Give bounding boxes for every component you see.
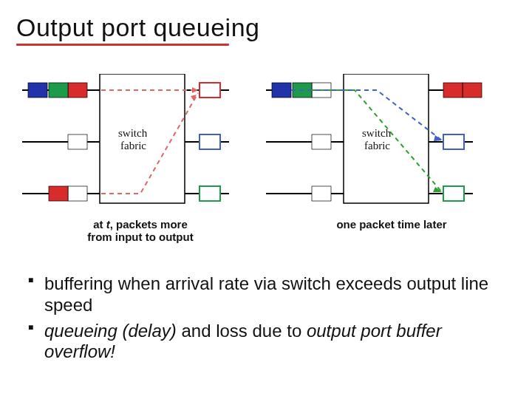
svg-rect-5	[49, 83, 68, 98]
svg-rect-29	[443, 186, 464, 201]
svg-rect-7	[68, 134, 87, 149]
svg-rect-26	[463, 83, 482, 98]
slide-title: Output port queueing	[16, 13, 528, 42]
right-switch-group: switch fabric	[266, 74, 482, 203]
left-diagram-caption: at t, packets more from input to output	[66, 218, 214, 244]
svg-rect-8	[68, 186, 87, 201]
right-switch-label-2: fabric	[364, 140, 390, 151]
svg-rect-24	[312, 134, 331, 149]
svg-rect-4	[68, 83, 87, 98]
left-switch-group: switch fabric	[22, 74, 229, 203]
bullet-1: buffering when arrival rate via switch e…	[21, 273, 494, 316]
svg-rect-25	[312, 186, 331, 201]
svg-rect-12	[200, 186, 220, 201]
bullet-2: queueing (delay) and loss due to output …	[21, 321, 494, 364]
svg-rect-9	[49, 186, 68, 201]
slide-root: Output port queueing switch fabric	[0, 0, 532, 399]
svg-rect-10	[200, 83, 220, 98]
svg-rect-27	[443, 83, 463, 98]
svg-rect-11	[200, 134, 220, 149]
queueing-diagram: switch fabric	[22, 74, 495, 214]
svg-marker-15	[192, 87, 198, 93]
svg-rect-28	[443, 134, 464, 149]
right-diagram-caption: one packet time later	[318, 218, 466, 231]
svg-rect-6	[28, 83, 47, 98]
left-switch-label-1: switch	[118, 127, 148, 139]
bullet-list: buffering when arrival rate via switch e…	[21, 273, 494, 367]
svg-rect-23	[272, 83, 291, 98]
title-underline	[16, 44, 229, 46]
svg-marker-31	[434, 135, 442, 141]
